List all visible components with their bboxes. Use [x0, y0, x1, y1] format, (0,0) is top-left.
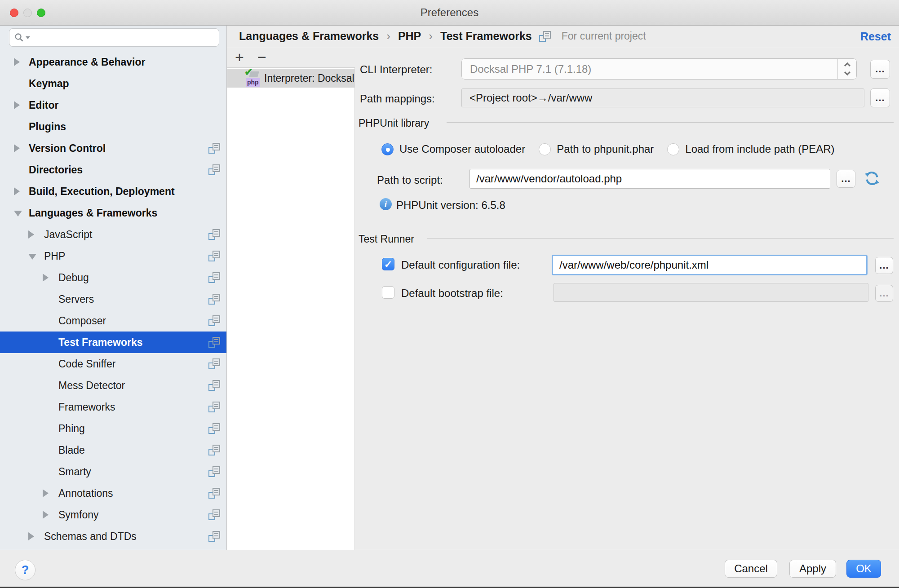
sidebar-item-php[interactable]: PHP — [0, 245, 226, 267]
chevron-right-icon[interactable] — [43, 511, 49, 519]
sidebar-item-schemas-and-dtds[interactable]: Schemas and DTDs — [0, 526, 226, 547]
per-project-icon — [208, 466, 220, 477]
sidebar-item-keymap[interactable]: Keymap — [0, 73, 226, 94]
sidebar-item-javascript[interactable]: JavaScript — [0, 224, 226, 245]
sidebar-item-version-control[interactable]: Version Control — [0, 137, 226, 159]
sidebar-item-editor[interactable]: Editor — [0, 94, 226, 116]
sidebar-item-label: Blade — [58, 444, 85, 456]
remove-interpreter-button[interactable]: − — [254, 48, 270, 67]
radio-path-to-phpunit-phar[interactable]: Path to phpunit.phar — [539, 143, 654, 155]
path-mappings-field[interactable]: <Project root>→/var/www — [461, 88, 864, 107]
per-project-icon — [208, 509, 220, 520]
phpunit-version-text: PHPUnit version: 6.5.8 — [396, 199, 505, 212]
footer-bar: ? Cancel Apply OK — [0, 550, 899, 588]
sidebar-item-label: Plugins — [29, 121, 66, 133]
sidebar-item-label: Smarty — [58, 466, 91, 478]
per-project-icon — [208, 164, 220, 175]
ok-button[interactable]: OK — [846, 560, 881, 578]
default-configuration-file-input[interactable] — [552, 255, 868, 275]
sidebar-item-appearance-behavior[interactable]: Appearance & Behavior — [0, 51, 226, 73]
breadcrumb-bar: Languages & Frameworks › PHP › Test Fram… — [227, 26, 899, 47]
sidebar-item-build-execution-deployment[interactable]: Build, Execution, Deployment — [0, 181, 226, 202]
sidebar-item-test-frameworks[interactable]: Test Frameworks — [0, 332, 226, 353]
sidebar-item-symfony[interactable]: Symfony — [0, 504, 226, 526]
chevron-down-icon[interactable] — [28, 254, 36, 260]
stepper-icon[interactable] — [837, 59, 856, 79]
cli-interpreter-browse-button[interactable]: ... — [870, 60, 890, 79]
sidebar-item-directories[interactable]: Directories — [0, 159, 226, 181]
chevron-right-icon[interactable] — [14, 144, 20, 152]
radio-use-composer-autoloader[interactable]: Use Composer autoloader — [381, 143, 525, 155]
default-configuration-file-browse-button[interactable]: ... — [875, 257, 893, 274]
breadcrumb-languages-frameworks[interactable]: Languages & Frameworks — [239, 30, 379, 43]
search-input[interactable] — [30, 29, 219, 46]
sidebar-item-mess-detector[interactable]: Mess Detector — [0, 375, 226, 396]
chevron-right-icon[interactable] — [28, 230, 34, 239]
path-to-script-browse-button[interactable]: ... — [837, 170, 855, 188]
radio-button-icon[interactable] — [539, 143, 551, 155]
cli-interpreter-select[interactable]: Docksal PHP 7.1 (7.1.18) — [461, 58, 857, 80]
interpreter-list-item[interactable]: ✔php Interpreter: Docksal PHP 7.1 — [227, 69, 354, 88]
per-project-icon — [208, 251, 220, 261]
reset-link[interactable]: Reset — [860, 26, 891, 47]
per-project-icon — [208, 531, 220, 542]
sidebar-item-annotations[interactable]: Annotations — [0, 482, 226, 504]
chevron-right-icon[interactable] — [14, 58, 20, 66]
radio-load-from-include-path-pear[interactable]: Load from include path (PEAR) — [667, 143, 834, 155]
breadcrumb-php[interactable]: PHP — [398, 30, 421, 43]
chevron-down-icon[interactable] — [14, 211, 22, 217]
cli-interpreter-label: CLI Interpreter: — [360, 63, 432, 76]
search-icon — [14, 33, 24, 43]
path-to-script-input[interactable] — [469, 169, 830, 189]
interpreter-list-toolbar: + − — [227, 48, 355, 68]
per-project-icon — [208, 337, 220, 348]
sidebar-item-composer[interactable]: Composer — [0, 310, 226, 332]
test-frameworks-form: CLI Interpreter: Docksal PHP 7.1 (7.1.18… — [355, 48, 899, 550]
sidebar-item-plugins[interactable]: Plugins — [0, 116, 226, 137]
chevron-right-icon[interactable] — [14, 101, 20, 109]
sidebar-item-label: Symfony — [58, 509, 98, 521]
default-bootstrap-file-checkbox[interactable] — [382, 286, 394, 299]
per-project-icon — [208, 402, 220, 412]
help-button[interactable]: ? — [15, 560, 35, 580]
apply-button[interactable]: Apply — [789, 560, 836, 578]
radio-button-icon[interactable] — [667, 143, 679, 155]
cli-interpreter-value: Docksal PHP 7.1 (7.1.18) — [470, 59, 591, 79]
sidebar-item-label: Appearance & Behavior — [29, 56, 145, 68]
default-bootstrap-file-field[interactable] — [554, 283, 868, 302]
interpreter-list: ✔php Interpreter: Docksal PHP 7.1 — [227, 68, 355, 550]
radio-button-icon[interactable] — [381, 143, 394, 155]
sidebar-item-smarty[interactable]: Smarty — [0, 461, 226, 482]
default-configuration-file-checkbox[interactable] — [382, 258, 394, 270]
sidebar-item-frameworks[interactable]: Frameworks — [0, 396, 226, 418]
add-interpreter-button[interactable]: + — [231, 48, 248, 67]
sidebar-item-label: Servers — [58, 293, 94, 305]
search-options-caret-icon[interactable] — [26, 36, 30, 39]
sidebar-item-servers[interactable]: Servers — [0, 288, 226, 310]
chevron-right-icon[interactable] — [28, 532, 34, 540]
path-mappings-browse-button[interactable]: ... — [870, 88, 890, 107]
sidebar-item-phing[interactable]: Phing — [0, 418, 226, 439]
chevron-right-icon[interactable] — [43, 489, 49, 497]
interpreter-item-label: Interpreter: Docksal PHP 7.1 — [264, 72, 354, 84]
breadcrumb-test-frameworks[interactable]: Test Frameworks — [440, 30, 532, 43]
sidebar-item-label: Test Frameworks — [58, 336, 142, 349]
chevron-right-icon[interactable] — [43, 274, 49, 282]
sidebar-item-debug[interactable]: Debug — [0, 267, 226, 288]
cancel-button[interactable]: Cancel — [725, 560, 777, 578]
refresh-icon[interactable] — [863, 169, 881, 188]
chevron-right-icon[interactable] — [14, 187, 20, 195]
default-bootstrap-file-label: Default bootstrap file: — [401, 287, 503, 300]
per-project-icon — [208, 229, 220, 240]
sidebar-item-label: Version Control — [29, 142, 106, 155]
title-bar: Preferences — [0, 0, 899, 26]
sidebar-item-blade[interactable]: Blade — [0, 439, 226, 461]
sidebar-item-code-sniffer[interactable]: Code Sniffer — [0, 353, 226, 375]
settings-search-box[interactable] — [9, 28, 219, 47]
default-bootstrap-file-browse-button[interactable]: ... — [875, 285, 893, 302]
per-project-icon — [208, 423, 220, 434]
per-project-icon — [208, 272, 220, 283]
sidebar-item-languages-frameworks[interactable]: Languages & Frameworks — [0, 202, 226, 224]
path-mappings-label: Path mappings: — [360, 93, 435, 105]
php-file-icon: ✔php — [244, 70, 261, 87]
